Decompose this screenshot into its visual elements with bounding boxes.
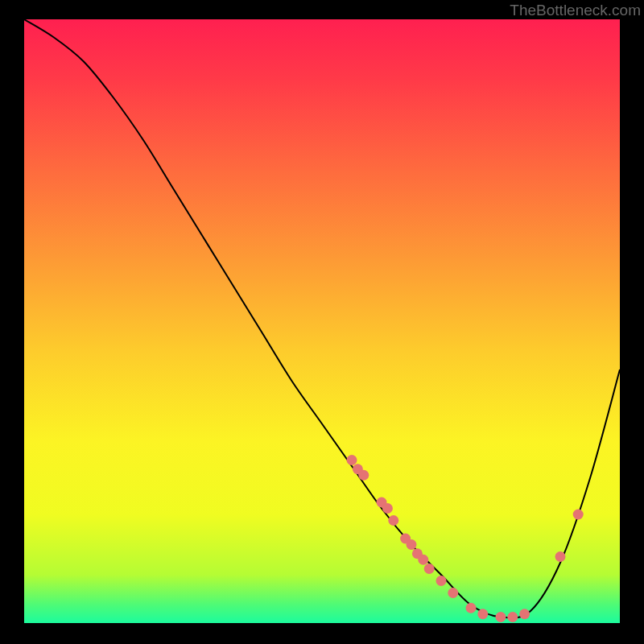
- data-point: [507, 612, 518, 622]
- data-point: [496, 612, 506, 622]
- data-point: [358, 470, 369, 481]
- data-points: [347, 455, 584, 622]
- data-point: [347, 455, 357, 465]
- data-point: [555, 551, 566, 562]
- data-point: [436, 576, 447, 586]
- data-point: [477, 609, 488, 619]
- watermark-text: TheBottleneck.com: [510, 2, 641, 19]
- data-point: [573, 510, 584, 520]
- data-point: [448, 588, 458, 598]
- data-point: [382, 503, 393, 514]
- chart-svg: [24, 19, 620, 623]
- plot-area: [24, 19, 620, 623]
- bottleneck-curve: [24, 19, 620, 618]
- data-point: [466, 603, 477, 613]
- data-point: [407, 539, 417, 550]
- data-point: [388, 515, 398, 526]
- data-point: [424, 564, 435, 574]
- data-point: [519, 609, 530, 619]
- data-point: [418, 555, 428, 565]
